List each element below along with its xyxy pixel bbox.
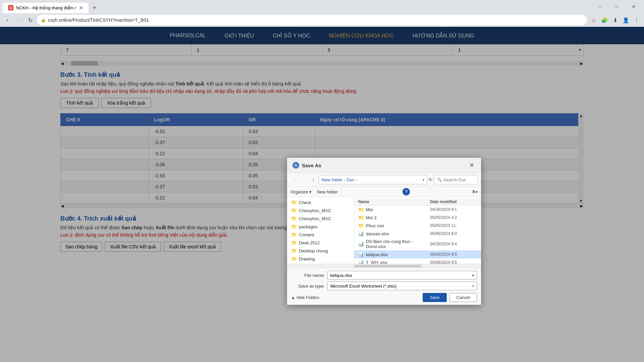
save-button[interactable]: Save: [423, 293, 447, 302]
folder-icon: 📁: [291, 200, 297, 205]
folder-item-chisoyhoc-mvc1[interactable]: 📁 Chisoyhoc_MVC: [287, 206, 354, 215]
dialog-bottom-bar: File name: ketqua.xlsx ▾ Save as type: M…: [287, 268, 481, 305]
breadcrumb-sep1: ›: [344, 177, 345, 182]
folder-item-finexo-html[interactable]: 📁 finexo-html: [287, 263, 354, 264]
breadcrumb[interactable]: New folder › Duc › ▾: [319, 175, 427, 184]
file-item-phuc-moi[interactable]: 📁 Phuc moi 05/05/2024 11:: [354, 222, 481, 230]
help-button[interactable]: ?: [402, 188, 410, 195]
bookmark-button[interactable]: ☆: [589, 15, 598, 25]
search-input[interactable]: [443, 177, 470, 182]
folder-icon: 📁: [358, 207, 364, 212]
folder-item-content[interactable]: 📁 Content: [287, 231, 354, 239]
cancel-button[interactable]: Cancel: [449, 293, 477, 302]
new-folder-button[interactable]: New folder: [314, 188, 340, 195]
dialog-search-box[interactable]: 🔍: [434, 175, 478, 184]
minimize-button[interactable]: –: [592, 1, 608, 12]
dialog-nav-bar: ‹ › ↑ New folder › Duc › ▾ ↻ 🔍: [287, 173, 481, 187]
dialog-refresh-button[interactable]: ↻: [429, 177, 433, 182]
dialog-forward-button[interactable]: ›: [300, 176, 308, 184]
save-type-dropdown-icon: ▾: [472, 284, 474, 288]
extensions-button[interactable]: 🧩: [600, 15, 609, 25]
dialog-horizontal-scroll[interactable]: [287, 264, 481, 268]
excel-icon: 📊: [358, 241, 364, 247]
folder-item-chisoyhoc-mvc2[interactable]: 📁 Chisoyhoc_MVC: [287, 215, 354, 223]
folder-icon: 📁: [291, 224, 297, 229]
file-list-header: Name Date modified: [354, 198, 481, 205]
reload-button[interactable]: ↻: [25, 15, 35, 25]
back-button[interactable]: ‹: [3, 15, 12, 25]
folder-icon: 📁: [291, 216, 297, 221]
excel-icon: 📊: [358, 252, 364, 257]
profile-button[interactable]: 👤: [621, 15, 631, 25]
maximize-button[interactable]: □: [609, 1, 625, 12]
breadcrumb-dropdown-icon[interactable]: ▾: [423, 178, 424, 182]
view-toggle-button[interactable]: ≡ ▾: [472, 189, 478, 195]
lock-icon: 🔒: [41, 18, 46, 22]
file-item-ketqua[interactable]: 📊 ketqua.xlsx 05/06/2024 9:5: [354, 250, 481, 258]
save-type-select[interactable]: Microsoft Excel Worksheet (*.xlsx) ▾: [327, 282, 477, 290]
save-as-dialog: G Save As ✕ ‹ › ↑ New folder › Duc › ▾ ↻…: [287, 158, 481, 305]
address-bar[interactable]: 🔒 csyh.online/Product/TinhCSYH?machiso=T…: [37, 15, 587, 25]
file-item-t-b01[interactable]: 📊 T_B01.xlsx 05/06/2024 9:5: [354, 258, 481, 264]
folder-icon: 📁: [291, 208, 297, 213]
folder-icon: 📁: [358, 215, 364, 220]
folder-item-packages[interactable]: 📁 packages: [287, 223, 354, 231]
excel-icon: 📊: [358, 260, 364, 264]
file-name-label: File name:: [291, 273, 325, 278]
folder-icon: 📁: [291, 232, 297, 237]
folder-icon: 📁: [358, 223, 364, 228]
menu-button[interactable]: ⋮: [632, 15, 641, 25]
search-icon: 🔍: [437, 177, 442, 182]
file-item-ds-bien[interactable]: 📊 DS Bien cho cong thuc - Donvi.xlsx 04/…: [354, 238, 481, 250]
chevron-down-icon: ▲: [291, 295, 295, 300]
close-button[interactable]: ✕: [626, 1, 641, 12]
breadcrumb-root: New folder: [322, 177, 342, 182]
dialog-back-button[interactable]: ‹: [290, 176, 299, 184]
excel-icon: 📊: [358, 231, 364, 236]
tab-favicon: G: [8, 5, 13, 10]
dialog-file-list: Name Date modified 📁 Moi 04/26/2024 8:1 …: [354, 197, 481, 264]
folder-item-desk2512[interactable]: 📁 Desk 2512: [287, 239, 354, 247]
save-type-label: Save as type:: [291, 284, 325, 289]
url-text: csyh.online/Product/TinhCSYH?machiso=T_B…: [48, 17, 583, 23]
folder-item-drawing[interactable]: 📁 Drawing: [287, 255, 354, 263]
folder-item-desktop-chung[interactable]: 📁 Desktop chung: [287, 247, 354, 255]
file-item-moi[interactable]: 📁 Moi 04/26/2024 8:1: [354, 205, 481, 214]
new-tab-button[interactable]: +: [90, 3, 99, 12]
dialog-title-bar: G Save As ✕: [287, 158, 481, 173]
dialog-icon: G: [292, 162, 299, 169]
hide-folders-button[interactable]: ▲ Hide Folders: [291, 295, 319, 300]
browser-tab[interactable]: G NCKH - Hệ thống thang điểm / ✕: [3, 3, 89, 13]
file-name-dropdown-icon[interactable]: ▾: [472, 274, 474, 277]
folder-icon: 📁: [291, 240, 297, 245]
dialog-file-panes: 📁 Check 📁 Chisoyhoc_MVC 📁 Chisoyhoc_MVC …: [287, 197, 481, 264]
dialog-up-button[interactable]: ↑: [309, 176, 317, 184]
file-item-moi2[interactable]: 📁 Moi 2 05/05/2024 4:2: [354, 214, 481, 222]
organize-button[interactable]: Organize ▾: [290, 189, 312, 194]
breadcrumb-child: Duc: [346, 177, 354, 182]
dialog-toolbar: Organize ▾ New folder ? ≡ ▾: [287, 187, 481, 197]
file-item-dauvao[interactable]: 📊 dauvao.xlsx 05/06/2024 8:0: [354, 230, 481, 238]
tab-close-button[interactable]: ✕: [79, 5, 83, 11]
folder-item-check[interactable]: 📁 Check: [287, 198, 354, 206]
download-button[interactable]: ⬇: [610, 15, 620, 25]
file-name-input[interactable]: ketqua.xlsx ▾: [327, 271, 477, 280]
folder-icon: 📁: [291, 248, 297, 253]
dialog-title: Save As: [302, 163, 321, 168]
folder-icon: 📁: [291, 256, 297, 261]
dialog-close-button[interactable]: ✕: [468, 161, 476, 169]
breadcrumb-sep2: ›: [356, 177, 357, 182]
dialog-actions: ▲ Hide Folders Save Cancel: [291, 293, 477, 302]
dialog-folder-tree: 📁 Check 📁 Chisoyhoc_MVC 📁 Chisoyhoc_MVC …: [287, 197, 354, 264]
tab-title: NCKH - Hệ thống thang điểm /: [16, 5, 76, 10]
forward-button[interactable]: ›: [14, 15, 23, 25]
